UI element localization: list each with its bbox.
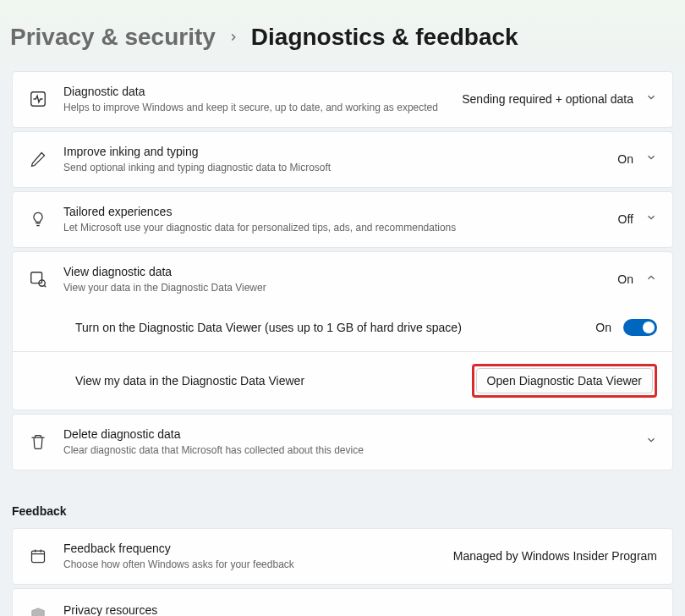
trash-icon — [28, 432, 48, 452]
breadcrumb: Privacy & security Diagnostics & feedbac… — [0, 0, 685, 71]
card-title: Delete diagnostic data — [63, 426, 645, 442]
inking-row[interactable]: Improve inking and typing Send optional … — [12, 131, 673, 188]
card-value: Off — [618, 212, 633, 226]
feedback-frequency-row[interactable]: Feedback frequency Choose how often Wind… — [12, 528, 673, 585]
card-desc: View your data in the Diagnostic Data Vi… — [63, 281, 617, 295]
card-title: Diagnostic data — [63, 84, 462, 99]
feedback-section-header: Feedback — [0, 474, 685, 528]
heartbeat-icon — [28, 89, 48, 109]
svg-rect-1 — [31, 272, 42, 283]
card-desc: Choose how often Windows asks for your f… — [63, 558, 453, 572]
card-desc: Clear diagnostic data that Microsoft has… — [63, 443, 645, 458]
breadcrumb-current: Diagnostics & feedback — [251, 24, 518, 51]
svg-rect-3 — [32, 552, 45, 563]
card-desc: Send optional inking and typing diagnost… — [63, 161, 617, 175]
toggle-label: On — [595, 321, 611, 334]
turn-on-viewer-row: Turn on the Diagnostic Data Viewer (uses… — [12, 305, 673, 352]
shield-icon — [28, 606, 48, 616]
chevron-down-icon — [645, 151, 657, 167]
card-value: On — [617, 272, 633, 286]
view-diagnostic-row[interactable]: View diagnostic data View your data in t… — [12, 251, 673, 308]
lightbulb-icon — [28, 209, 48, 229]
card-title: Feedback frequency — [63, 541, 453, 556]
chevron-down-icon — [645, 434, 657, 449]
viewer-toggle[interactable] — [623, 319, 657, 336]
chevron-down-icon — [645, 212, 657, 227]
card-desc: Helps to improve Windows and keep it sec… — [63, 101, 462, 115]
card-title: Tailored experiences — [63, 204, 618, 219]
tailored-row[interactable]: Tailored experiences Let Microsoft use y… — [12, 191, 673, 248]
chevron-down-icon — [645, 91, 657, 107]
privacy-resources-row: Privacy resources About these settings a… — [12, 588, 673, 616]
chevron-right-icon — [227, 28, 239, 47]
delete-diagnostic-row[interactable]: Delete diagnostic data Clear diagnostic … — [12, 414, 673, 470]
highlight-annotation: Open Diagnostic Data Viewer — [472, 364, 657, 398]
view-my-data-row: View my data in the Diagnostic Data View… — [12, 352, 673, 410]
card-value: Managed by Windows Insider Program — [453, 549, 657, 563]
diagnostic-data-row[interactable]: Diagnostic data Helps to improve Windows… — [12, 71, 673, 128]
pen-icon — [28, 149, 48, 169]
breadcrumb-parent[interactable]: Privacy & security — [10, 24, 216, 51]
card-title: Privacy resources — [63, 602, 657, 616]
toggle-knob — [643, 322, 655, 333]
card-title: Improve inking and typing — [63, 144, 617, 159]
card-title: View my data in the Diagnostic Data View… — [75, 373, 472, 388]
card-desc: Let Microsoft use your diagnostic data f… — [63, 221, 618, 235]
calendar-icon — [28, 546, 48, 566]
card-title: Turn on the Diagnostic Data Viewer (uses… — [75, 320, 595, 335]
chevron-up-icon — [645, 272, 657, 287]
card-title: View diagnostic data — [63, 264, 617, 279]
data-view-icon — [28, 269, 48, 289]
open-diagnostic-viewer-button[interactable]: Open Diagnostic Data Viewer — [476, 368, 653, 393]
card-value: On — [617, 152, 633, 166]
card-value: Sending required + optional data — [462, 92, 633, 106]
